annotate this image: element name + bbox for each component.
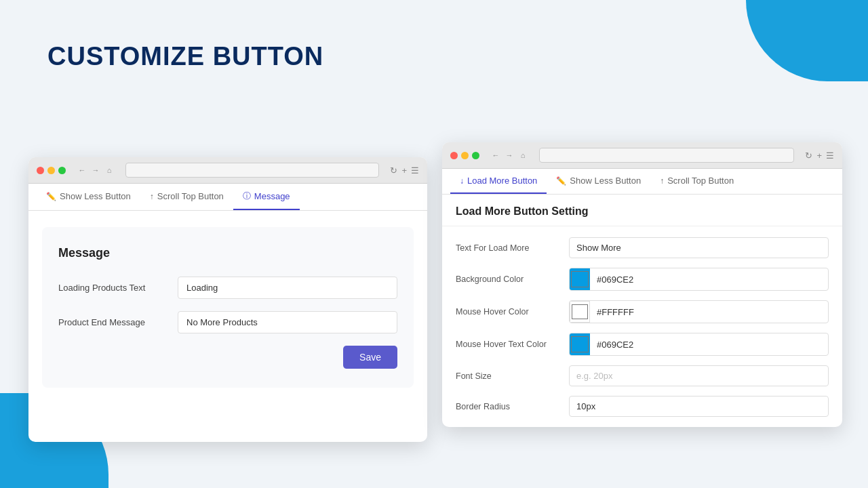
mouse-hover-color-row: Mouse Hover Color [456,300,829,323]
tab-scroll-top-left[interactable]: ↑ Scroll Top Button [140,184,233,210]
decorative-blob-top-right [746,0,868,81]
loading-text-input[interactable] [178,277,397,299]
browser-nav-right: ← → ⌂ [490,150,528,161]
background-color-row: Background Color [456,268,829,291]
tab-scroll-top-icon-right: ↑ [660,176,664,186]
background-color-input-wrap [569,268,829,291]
nav-home-left[interactable]: ⌂ [104,165,115,176]
nav-forward-left[interactable]: → [90,165,101,176]
mouse-hover-text-color-swatch[interactable] [570,333,590,355]
mouse-hover-color-swatch[interactable] [570,301,590,323]
tab-show-less-icon-left: ✏️ [46,192,56,201]
browser-nav-left: ← → ⌂ [77,165,115,176]
text-load-more-label: Text For Load More [456,243,561,253]
font-size-label: Font Size [456,371,561,381]
page-title: CUSTOMIZE BUTTON [47,42,323,71]
border-radius-row: Border Radius [456,396,829,417]
browser-chrome-left: ← → ⌂ ↻ + ☰ [28,157,427,184]
save-row-left: Save [58,346,397,369]
tab-scroll-top-right[interactable]: ↑ Scroll Top Button [650,169,743,194]
address-bar-left[interactable] [125,163,379,178]
left-browser-window: ← → ⌂ ↻ + ☰ ✏️ Show Less Button ↑ Scroll… [28,157,427,442]
browser-chrome-right: ← → ⌂ ↻ + ☰ [442,142,842,169]
tab-message-icon-left: ⓘ [243,190,251,202]
nav-back-left[interactable]: ← [77,165,87,176]
right-browser-window: ← → ⌂ ↻ + ☰ ↓ Load More Button ✏️ Show L… [442,142,842,427]
address-bar-right[interactable] [539,148,794,163]
product-end-row: Product End Message [58,311,397,333]
card-title-message: Message [58,246,397,260]
mouse-hover-color-text[interactable] [590,307,828,317]
tab-scroll-top-icon-left: ↑ [150,192,154,201]
mouse-hover-text-color-text[interactable] [590,340,828,350]
tl-red-left[interactable] [37,167,44,174]
traffic-lights-right [450,152,479,159]
tab-show-less-left[interactable]: ✏️ Show Less Button [37,184,140,210]
browser-actions-left: ↻ + ☰ [390,165,419,176]
refresh-icon-right[interactable]: ↻ [805,150,812,161]
mouse-hover-color-input-wrap [569,300,829,323]
traffic-lights-left [37,167,66,174]
save-button-left[interactable]: Save [343,346,397,369]
tabs-left: ✏️ Show Less Button ↑ Scroll Top Button … [28,184,427,211]
nav-back-right[interactable]: ← [490,150,501,161]
section-title-right: Load More Button Setting [442,195,842,226]
nav-forward-right[interactable]: → [504,150,515,161]
product-end-label: Product End Message [58,317,167,327]
border-radius-label: Border Radius [456,402,561,411]
tl-red-right[interactable] [450,152,458,159]
background-color-swatch[interactable] [570,268,590,290]
font-size-row: Font Size [456,365,829,386]
nav-home-right[interactable]: ⌂ [517,150,528,161]
loading-text-row: Loading Products Text [58,277,397,299]
tab-load-more-icon-right: ↓ [460,176,464,186]
tl-green-right[interactable] [472,152,479,159]
menu-icon-right[interactable]: ☰ [826,150,834,161]
text-load-more-row: Text For Load More [456,237,829,258]
tab-show-less-right[interactable]: ✏️ Show Less Button [547,169,650,194]
tl-green-left[interactable] [58,167,66,174]
tab-show-less-icon-right: ✏️ [556,176,566,186]
add-tab-icon-right[interactable]: + [816,150,822,161]
message-card: Message Loading Products Text Product En… [42,227,414,388]
background-color-label: Background Color [456,274,561,284]
add-tab-icon-left[interactable]: + [401,165,407,176]
product-end-input[interactable] [178,311,397,333]
browser-content-left: Message Loading Products Text Product En… [28,211,427,401]
tabs-right: ↓ Load More Button ✏️ Show Less Button ↑… [442,169,842,195]
tab-load-more-right[interactable]: ↓ Load More Button [450,169,547,194]
tab-message-left[interactable]: ⓘ Message [233,184,300,210]
text-load-more-input[interactable] [569,237,829,258]
mouse-hover-text-color-label: Mouse Hover Text Color [456,340,561,349]
right-form: Text For Load More Background Color Mous… [442,226,842,427]
border-radius-input[interactable] [569,396,829,417]
mouse-hover-color-label: Mouse Hover Color [456,307,561,317]
menu-icon-left[interactable]: ☰ [411,165,419,176]
loading-text-label: Loading Products Text [58,283,167,293]
refresh-icon-left[interactable]: ↻ [390,165,397,176]
background-color-text[interactable] [590,274,828,285]
mouse-hover-text-color-row: Mouse Hover Text Color [456,333,829,356]
tl-yellow-left[interactable] [47,167,55,174]
tl-yellow-right[interactable] [461,152,469,159]
mouse-hover-text-color-input-wrap [569,333,829,356]
browser-actions-right: ↻ + ☰ [805,150,834,161]
font-size-input[interactable] [569,365,829,386]
